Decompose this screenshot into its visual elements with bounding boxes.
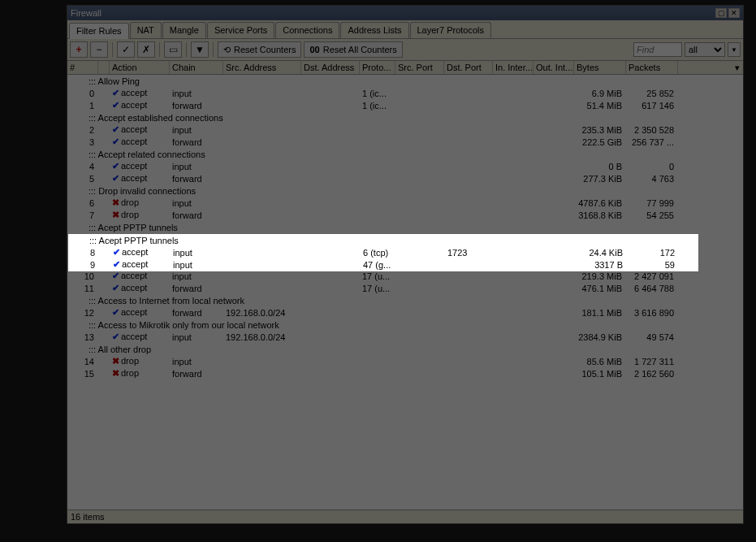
col-num[interactable]: # — [67, 61, 98, 74]
grid-header: # Action Chain Src. Address Dst. Address… — [67, 61, 743, 75]
accept-icon: ✔ — [112, 173, 119, 184]
filter-dropdown-button[interactable]: ▼ — [728, 42, 741, 57]
group-header: ::: Acept PPTP tunnels — [68, 234, 698, 246]
reset-icon: ⟲ — [223, 45, 231, 55]
accept-icon: ✔ — [112, 307, 119, 318]
col-bytes[interactable]: Bytes — [574, 61, 626, 74]
close-button[interactable]: ✕ — [728, 8, 740, 18]
reset-counters-label: Reset Counters — [234, 45, 296, 54]
rule-grid: # Action Chain Src. Address Dst. Address… — [67, 61, 743, 509]
accept-icon: ✔ — [112, 271, 119, 281]
group-header: ::: All other drop — [67, 343, 743, 355]
tab-connections[interactable]: Connections — [275, 22, 339, 38]
accept-icon: ✔ — [112, 332, 119, 342]
filter-select[interactable]: all — [685, 42, 725, 57]
table-row[interactable]: 3✔acceptforward222.5 GiB256 737 ... — [67, 136, 743, 148]
remove-button[interactable]: − — [90, 41, 108, 58]
col-proto[interactable]: Proto... — [360, 61, 395, 74]
col-action[interactable]: Action — [110, 61, 170, 74]
accept-icon: ✔ — [113, 259, 120, 270]
tab-service-ports[interactable]: Service Ports — [207, 22, 274, 38]
window-title: Firewall — [71, 8, 102, 18]
table-row[interactable]: 10✔acceptinput17 (u...219.3 MiB2 427 091 — [67, 270, 743, 282]
table-row[interactable]: 15✖dropforward105.1 MiB2 162 560 — [67, 367, 743, 379]
table-row[interactable]: 6✖dropinput4787.6 KiB77 999 — [67, 197, 743, 209]
table-row[interactable]: 2✔acceptinput235.3 MiB2 350 528 — [67, 124, 743, 136]
col-dport[interactable]: Dst. Port — [444, 61, 493, 74]
filter-button[interactable]: ▼ — [191, 41, 209, 58]
table-row[interactable]: 14✖dropinput85.6 MiB1 727 311 — [67, 355, 743, 367]
col-pkts[interactable]: Packets — [626, 61, 678, 74]
drop-icon: ✖ — [112, 197, 119, 208]
reset-all-counters-label: Reset All Counters — [323, 45, 397, 54]
drop-icon: ✖ — [112, 368, 119, 379]
tab-filter-rules[interactable]: Filter Rules — [69, 23, 129, 39]
statusbar: 16 items — [67, 509, 743, 523]
accept-icon: ✔ — [112, 100, 119, 111]
find-input[interactable] — [633, 42, 682, 57]
group-header: ::: Accept established connections — [67, 111, 743, 124]
accept-icon: ✔ — [112, 137, 119, 147]
reset-all-icon: 00 — [309, 45, 319, 54]
drop-icon: ✖ — [112, 210, 119, 220]
accept-icon: ✔ — [112, 88, 119, 98]
table-row[interactable]: 1✔acceptforward1 (ic...51.4 MiB617 146 — [67, 99, 743, 111]
table-row[interactable]: 5✔acceptforward277.3 KiB4 763 — [67, 172, 743, 184]
group-header: ::: Accept related connections — [67, 148, 743, 160]
accept-icon: ✔ — [113, 247, 120, 258]
toolbar: + − ✓ ✗ ▭ ▼ ⟲ Reset Counters 00 Reset Al… — [67, 39, 743, 61]
highlight-region: ::: Acept PPTP tunnels8✔acceptinput6 (tc… — [68, 234, 698, 271]
table-row[interactable]: 13✔acceptinput192.168.0.0/242384.9 KiB49… — [67, 331, 743, 343]
tab-nat[interactable]: NAT — [130, 22, 162, 38]
table-row[interactable]: 4✔acceptinput0 B0 — [67, 160, 743, 172]
accept-icon: ✔ — [112, 283, 119, 293]
accept-icon: ✔ — [112, 124, 119, 135]
tabs: Filter RulesNATMangleService PortsConnec… — [67, 20, 743, 39]
col-outif[interactable]: Out. Int... — [534, 61, 574, 74]
col-inif[interactable]: In. Inter... — [493, 61, 534, 74]
enable-button[interactable]: ✓ — [117, 41, 135, 58]
accept-icon: ✔ — [112, 161, 119, 171]
reset-all-counters-button[interactable]: 00 Reset All Counters — [304, 41, 402, 58]
table-row[interactable]: 7✖dropforward3168.8 KiB54 255 — [67, 209, 743, 221]
item-count: 16 items — [71, 512, 105, 522]
col-dst[interactable]: Dst. Address — [301, 61, 360, 74]
group-header: ::: Access to Internet from local networ… — [67, 294, 743, 306]
group-header: ::: Access to Mikrotik only from our loc… — [67, 319, 743, 331]
tab-layer7-protocols[interactable]: Layer7 Protocols — [410, 22, 492, 38]
table-row[interactable]: 12✔acceptforward192.168.0.0/24181.1 MiB3… — [67, 306, 743, 319]
comment-button[interactable]: ▭ — [164, 41, 182, 58]
col-menu[interactable]: ▾ — [678, 61, 743, 74]
table-row[interactable]: 9✔acceptinput47 (g...3317 B59 — [68, 258, 698, 271]
titlebar[interactable]: Firewall ▢ ✕ — [67, 6, 743, 20]
tab-address-lists[interactable]: Address Lists — [340, 22, 408, 38]
reset-counters-button[interactable]: ⟲ Reset Counters — [218, 41, 301, 58]
table-row[interactable]: 0✔acceptinput1 (ic...6.9 MiB25 852 — [67, 87, 743, 99]
add-button[interactable]: + — [70, 41, 88, 58]
table-row[interactable]: 8✔acceptinput6 (tcp)172324.4 KiB172 — [68, 246, 698, 258]
col-src[interactable]: Src. Address — [223, 61, 301, 74]
disable-button[interactable]: ✗ — [137, 41, 155, 58]
col-chain[interactable]: Chain — [170, 61, 223, 74]
group-header: ::: Allow Ping — [67, 75, 743, 87]
table-row[interactable]: 11✔acceptforward17 (u...476.1 MiB6 464 7… — [67, 282, 743, 294]
group-header: ::: Acept PPTP tunnels — [67, 221, 743, 233]
col-sport[interactable]: Src. Port — [395, 61, 444, 74]
group-header: ::: Drop invalid connections — [67, 184, 743, 197]
col-flag[interactable] — [98, 61, 110, 74]
drop-icon: ✖ — [112, 356, 119, 366]
minimize-button[interactable]: ▢ — [715, 8, 727, 18]
tab-mangle[interactable]: Mangle — [162, 22, 206, 38]
